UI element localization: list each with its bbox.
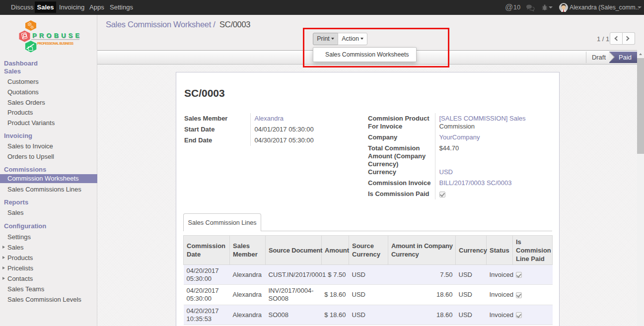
svg-text:PROBUSE: PROBUSE: [32, 32, 79, 39]
svg-text:PROFESSIONAL BUSINESS: PROFESSIONAL BUSINESS: [37, 42, 74, 45]
